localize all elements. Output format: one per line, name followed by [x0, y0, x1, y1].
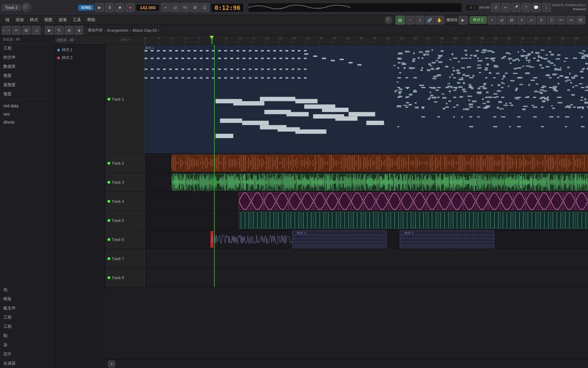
song-button[interactable]: SONG	[78, 5, 94, 11]
menu-style[interactable]: 样式	[27, 16, 41, 24]
tb-play-icon[interactable]: ▶	[45, 26, 54, 35]
track-label-5: Track 5	[112, 218, 142, 223]
menu-add[interactable]: 添加	[13, 16, 27, 24]
memory-display: 358 MB	[479, 6, 490, 9]
ruler-numbers[interactable]: 3456789101112131415161718192021222324252…	[145, 36, 588, 44]
icon-btn-1[interactable]: ⌖	[161, 3, 170, 12]
icon-btn-5[interactable]: ⊡	[200, 3, 209, 12]
copy-icon[interactable]: ⎘	[537, 16, 546, 25]
menu-knob[interactable]	[385, 16, 392, 24]
tb-vol-icon[interactable]: ◈	[75, 26, 83, 35]
redo-icon[interactable]: ↪	[567, 16, 575, 25]
track-led-5	[108, 219, 110, 222]
menu-options[interactable]: 选项	[56, 16, 69, 24]
eq-icon[interactable]: ⫻	[527, 16, 536, 25]
menu-anchor[interactable]: 锚	[3, 16, 12, 24]
link-icon[interactable]: 🔗	[425, 16, 434, 25]
cart-icon[interactable]: 🛒	[576, 16, 585, 25]
pause-button[interactable]: ⏸	[105, 3, 114, 12]
pattern-item-2[interactable]: 样式 2	[54, 54, 105, 62]
track1-clip-label: 样式 1	[145, 46, 154, 50]
left-item-board[interactable]: 板文件	[0, 304, 54, 313]
add-pattern-icon[interactable]: +	[488, 16, 496, 25]
hook-icon[interactable]: J	[415, 16, 424, 25]
left-item-proj2[interactable]: 工程	[0, 313, 54, 322]
menu-tools[interactable]: 工具	[70, 16, 84, 24]
left-item-presets2[interactable]: 预置	[0, 90, 54, 99]
menu-view[interactable]: 视图	[42, 16, 55, 24]
pattern-item-1[interactable]: 样式 1	[54, 46, 105, 54]
ruler-line-6	[185, 42, 185, 44]
add-track-button[interactable]: +	[108, 361, 115, 367]
left-item-slice[interactable]: 切片	[0, 350, 54, 359]
hand-icon[interactable]: ✋	[435, 16, 444, 25]
tb-loop-icon[interactable]: ↻	[55, 26, 64, 35]
track-content-3[interactable]	[145, 173, 588, 191]
breadcrumb-playlist[interactable]: 播放列表	[88, 28, 103, 33]
left-item-framework[interactable]: 框架	[0, 294, 54, 304]
menu-help[interactable]: 帮助	[84, 16, 98, 24]
icon-btn-2[interactable]: ◎	[171, 3, 180, 12]
refresh-icon[interactable]: ↺	[491, 3, 500, 12]
record-button[interactable]: ●	[126, 3, 134, 12]
left-item-instrpresets[interactable]: 器预置	[0, 80, 54, 90]
master-volume-knob[interactable]	[22, 3, 31, 12]
grid-icon[interactable]: ▤	[396, 16, 405, 25]
tb-close-icon[interactable]: ◁	[32, 26, 40, 35]
columns-icon[interactable]: ⊞	[507, 16, 516, 25]
download-icon[interactable]: ↓	[542, 3, 551, 12]
ruler-line-12	[265, 42, 266, 44]
swap-icon[interactable]: ⇄	[497, 16, 506, 25]
track-label-1: Track 1	[112, 97, 142, 101]
arrow-right-icon[interactable]: →	[406, 16, 414, 25]
left-item-shareddata[interactable]: red data	[0, 102, 54, 110]
left-item-make[interactable]: 制	[0, 331, 54, 340]
track-content-5[interactable]	[145, 211, 588, 230]
left-item-pack[interactable]: 包	[0, 285, 54, 294]
left-item-presets[interactable]: 预置	[0, 71, 54, 80]
mic-icon[interactable]: 🎤	[511, 3, 520, 12]
pattern-label-2: 样式 2	[62, 55, 72, 60]
left-item-database[interactable]: 数据库	[0, 62, 54, 71]
track-content-1[interactable]: 样式 1	[145, 45, 588, 153]
left-item-project[interactable]: 工程	[0, 44, 54, 53]
ruler-tick-15: 15	[306, 36, 309, 40]
undo-icon[interactable]: ↩	[557, 16, 566, 25]
grid-toggle[interactable]: ▶	[459, 16, 468, 25]
main-area: 浏览器 - All 工程 的文件 数据库 预置 器预置 预置 red data …	[0, 36, 588, 368]
track-content-8[interactable]	[145, 268, 588, 287]
tb-grid-icon[interactable]: ⊞	[22, 26, 31, 35]
chat-icon[interactable]: 💬	[532, 3, 541, 12]
track-content-4[interactable]	[145, 192, 588, 211]
track-header-8: Track 8	[105, 268, 145, 287]
scissors-icon[interactable]: ✂	[501, 3, 510, 12]
tb-draw-icon[interactable]: ✏	[12, 26, 21, 35]
track-content-2[interactable]	[145, 154, 588, 172]
tb-arrow-icon[interactable]: ←→	[2, 26, 11, 35]
left-item-fonts[interactable]: dfonts	[0, 118, 54, 126]
pattern-panel: 浏览器 - All 样式 1 样式 2	[54, 36, 105, 368]
icon-btn-3[interactable]: ⅓	[181, 3, 190, 12]
play-button[interactable]: ▶	[95, 3, 104, 12]
track-content-6[interactable]	[145, 230, 588, 249]
stop-button[interactable]: ■	[115, 3, 124, 12]
question-icon[interactable]: ?	[522, 3, 530, 12]
tb-zoom-icon[interactable]: ⊕	[65, 26, 74, 35]
left-item-proj3[interactable]: 工程	[0, 322, 54, 331]
pattern-badge[interactable]: 样式 2	[470, 16, 487, 24]
left-item-render[interactable]: 染	[0, 340, 54, 350]
track-header-3: Track 3	[105, 173, 145, 191]
breadcrumb-clip[interactable]: Attack Clap 03	[132, 28, 157, 32]
mixer-icon[interactable]: ≡	[517, 16, 526, 25]
bpm-display[interactable]: 142.000	[136, 4, 160, 11]
ruler-line-32	[534, 42, 535, 44]
ruler-tick-20: 20	[373, 36, 376, 40]
filter-icon[interactable]: ▽	[547, 16, 556, 25]
track-content-7[interactable]	[145, 249, 588, 268]
left-item-files[interactable]: 的文件	[0, 53, 54, 62]
playhead-line-8	[214, 268, 215, 287]
breadcrumb-arrangement[interactable]: Arrangement	[107, 28, 129, 32]
left-item-ses[interactable]: ses	[0, 110, 54, 118]
icon-btn-4[interactable]: ⊞	[191, 3, 199, 12]
left-item-synth[interactable]: 合成器	[0, 359, 54, 368]
